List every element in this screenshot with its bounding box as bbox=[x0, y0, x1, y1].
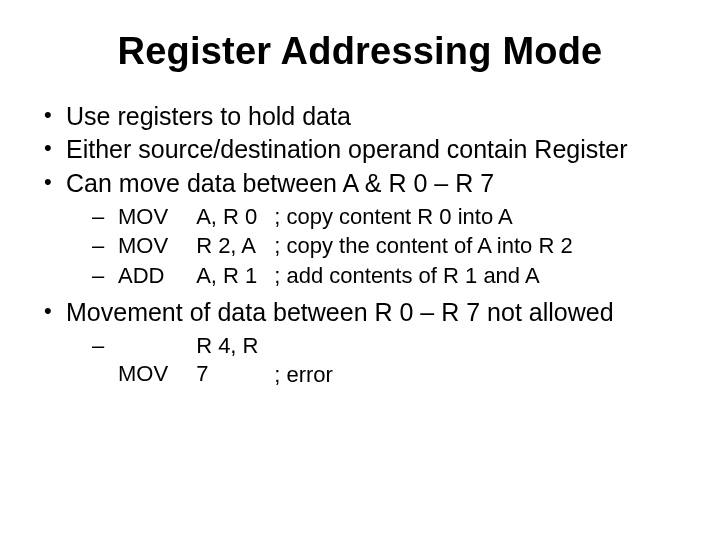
code-row: MOV R 2, A ; copy the content of A into … bbox=[118, 232, 573, 261]
bullet-item: Use registers to hold data bbox=[40, 101, 680, 132]
bullet-item: Either source/destination operand contai… bbox=[40, 134, 680, 165]
comment: ; error bbox=[274, 361, 333, 386]
code-row: MOV A, R 0 ; copy content R 0 into A bbox=[118, 203, 513, 232]
example-row: ADD A, R 1 ; add contents of R 1 and A bbox=[66, 262, 680, 291]
mnemonic: MOV bbox=[118, 232, 190, 261]
bullet-text: Movement of data between R 0 – R 7 not a… bbox=[66, 298, 614, 326]
example-list: MOV A, R 0 ; copy content R 0 into A MOV… bbox=[66, 203, 680, 291]
slide-title: Register Addressing Mode bbox=[40, 30, 680, 73]
bullet-item: Can move data between A & R 0 – R 7 MOV … bbox=[40, 168, 680, 291]
code-row: MOV R 4, R 7 ; error bbox=[118, 332, 333, 389]
code-row: ADD A, R 1 ; add contents of R 1 and A bbox=[118, 262, 540, 291]
comment: ; copy content R 0 into A bbox=[274, 204, 512, 229]
comment: ; add contents of R 1 and A bbox=[274, 263, 539, 288]
slide: Register Addressing Mode Use registers t… bbox=[0, 0, 720, 540]
example-row: MOV R 4, R 7 ; error bbox=[66, 332, 680, 389]
operands: R 4, R 7 bbox=[196, 332, 268, 389]
mnemonic: MOV bbox=[118, 203, 190, 232]
operands: A, R 1 bbox=[196, 262, 268, 291]
example-list: MOV R 4, R 7 ; error bbox=[66, 332, 680, 389]
example-row: MOV R 2, A ; copy the content of A into … bbox=[66, 232, 680, 261]
bullet-text: Can move data between A & R 0 – R 7 bbox=[66, 169, 494, 197]
comment: ; copy the content of A into R 2 bbox=[274, 233, 572, 258]
bullet-item: Movement of data between R 0 – R 7 not a… bbox=[40, 297, 680, 389]
mnemonic: MOV bbox=[118, 360, 190, 389]
operands: A, R 0 bbox=[196, 203, 268, 232]
example-row: MOV A, R 0 ; copy content R 0 into A bbox=[66, 203, 680, 232]
mnemonic: ADD bbox=[118, 262, 190, 291]
operands: R 2, A bbox=[196, 232, 268, 261]
bullet-list: Use registers to hold data Either source… bbox=[40, 101, 680, 389]
